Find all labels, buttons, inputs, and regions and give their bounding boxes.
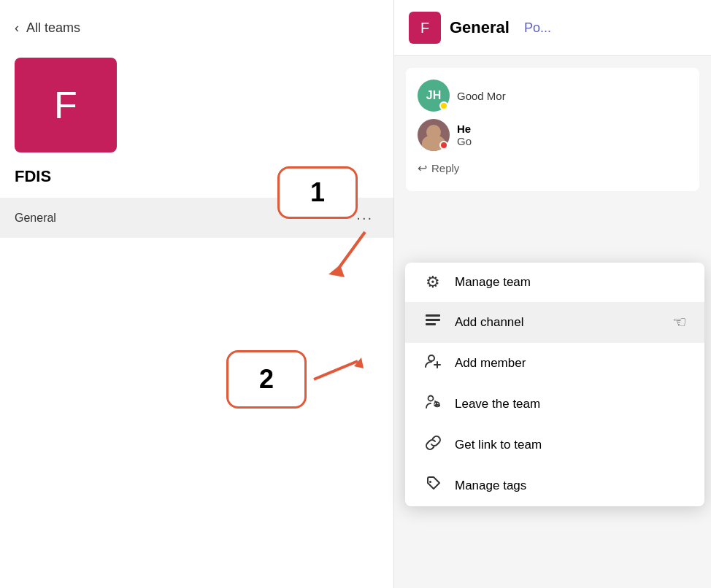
svg-line-2: [314, 361, 358, 379]
team-logo-letter: F: [54, 83, 77, 127]
menu-item-add-member[interactable]: Add member: [405, 343, 704, 384]
svg-point-10: [428, 396, 434, 401]
status-dot-away: [439, 101, 448, 110]
pointer-cursor-icon: ☜: [672, 313, 687, 332]
avatar-container-jh: JH: [418, 80, 450, 112]
annotation-1-number: 1: [310, 177, 325, 208]
sidebar: ‹ All teams F FDIS General ···: [0, 0, 394, 588]
avatar-row-jh: JH Good Mor: [418, 80, 688, 112]
svg-rect-6: [426, 323, 436, 325]
link-icon: [423, 435, 443, 455]
gear-icon: ⚙: [423, 273, 443, 292]
reply-label: Reply: [431, 162, 459, 174]
leave-icon: [423, 394, 443, 414]
menu-get-link-label: Get link to team: [455, 438, 542, 452]
back-navigation[interactable]: ‹ All teams: [0, 0, 393, 50]
svg-marker-1: [328, 265, 345, 277]
reply-button[interactable]: ↩ Reply: [418, 157, 688, 179]
annotation-step-2: 2: [226, 350, 321, 430]
annotation-1-tail: [314, 232, 372, 276]
tag-icon: [423, 476, 443, 496]
reply-arrow-icon: ↩: [418, 161, 427, 175]
menu-item-manage-tags[interactable]: Manage tags: [405, 465, 704, 506]
chat-area: JH Good Mor He Go ↩ Reply: [394, 56, 711, 212]
avatar-container-person: [418, 119, 450, 151]
svg-rect-4: [426, 314, 440, 317]
annotation-2-tail: [314, 357, 372, 394]
menu-add-channel-label: Add channel: [455, 315, 524, 330]
all-teams-label: All teams: [26, 20, 80, 36]
svg-point-7: [428, 355, 434, 361]
menu-manage-tags-label: Manage tags: [455, 479, 526, 493]
annotation-2-number: 2: [259, 364, 274, 395]
header-channel-title: General: [450, 18, 510, 37]
header-team-logo: F: [409, 12, 441, 44]
annotation-step-1: 1: [277, 166, 372, 239]
message-content: He Go: [457, 123, 472, 147]
menu-item-manage-team[interactable]: ⚙ Manage team: [405, 263, 704, 302]
menu-manage-team-label: Manage team: [455, 275, 531, 290]
status-dot-red: [439, 141, 448, 150]
context-menu: ⚙ Manage team Add channel ☜ Add member: [405, 263, 704, 506]
team-logo: F: [15, 58, 117, 152]
menu-item-leave-team[interactable]: Leave the team: [405, 384, 704, 425]
menu-leave-team-label: Leave the team: [455, 397, 540, 411]
channel-icon: [423, 312, 443, 333]
menu-item-get-link[interactable]: Get link to team: [405, 425, 704, 465]
menu-add-member-label: Add member: [455, 356, 526, 371]
svg-point-11: [429, 481, 431, 483]
good-morning-text: Good Mor: [457, 90, 506, 102]
svg-rect-5: [426, 319, 440, 321]
message-sender: He: [457, 123, 472, 135]
avatar-row-person: He Go: [418, 119, 688, 151]
good-morning-banner: JH Good Mor He Go ↩ Reply: [406, 68, 699, 191]
message-preview: Go: [457, 135, 472, 147]
add-person-icon: [423, 353, 443, 374]
menu-item-add-channel[interactable]: Add channel ☜: [405, 302, 704, 343]
header-tab-label: Po...: [524, 20, 551, 36]
channel-name: General: [15, 212, 56, 225]
back-arrow-icon: ‹: [15, 20, 19, 36]
channel-header: F General Po...: [394, 0, 711, 56]
